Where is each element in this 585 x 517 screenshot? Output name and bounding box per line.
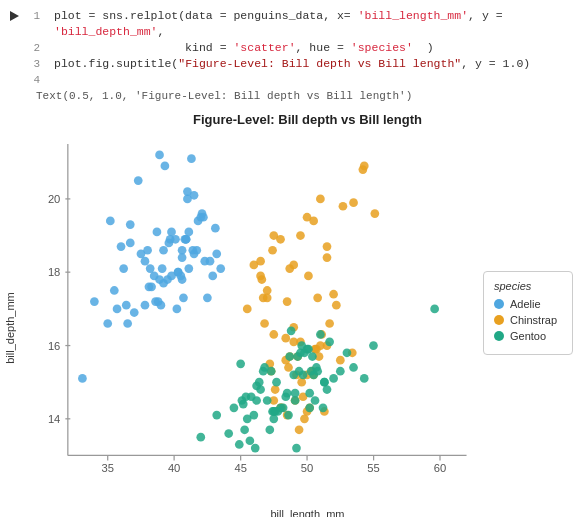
svg-point-43 [153, 228, 162, 237]
svg-point-189 [284, 411, 293, 420]
svg-point-207 [311, 396, 320, 405]
svg-point-86 [167, 228, 176, 237]
svg-point-218 [349, 363, 358, 372]
svg-point-178 [263, 396, 272, 405]
svg-point-60 [179, 293, 188, 302]
svg-point-166 [240, 425, 249, 434]
svg-point-37 [143, 246, 152, 255]
svg-point-226 [305, 389, 314, 398]
svg-point-87 [174, 268, 183, 277]
svg-point-49 [161, 162, 170, 171]
svg-point-32 [130, 308, 139, 317]
svg-point-151 [283, 297, 292, 306]
svg-point-22 [78, 374, 87, 383]
svg-point-139 [323, 242, 332, 251]
legend-item-gentoo: Gentoo [494, 330, 562, 342]
svg-point-146 [256, 257, 265, 266]
svg-point-221 [430, 305, 439, 314]
svg-point-80 [212, 249, 221, 258]
gentoo-legend-label: Gentoo [510, 330, 546, 342]
svg-point-59 [178, 275, 187, 284]
svg-point-35 [141, 257, 150, 266]
code-line-1: 1 plot = sns.relplot(data = penguins_dat… [0, 8, 585, 40]
legend-title: species [494, 280, 562, 292]
svg-point-163 [236, 360, 245, 369]
svg-text:50: 50 [301, 462, 313, 474]
svg-point-133 [336, 356, 345, 365]
svg-point-40 [147, 283, 156, 292]
svg-point-92 [257, 275, 266, 284]
svg-point-85 [159, 246, 168, 255]
svg-text:18: 18 [48, 266, 60, 278]
svg-point-157 [323, 253, 332, 262]
line-num-1: 1 [24, 8, 40, 24]
svg-point-45 [155, 151, 164, 160]
svg-point-205 [308, 352, 317, 361]
play-button[interactable] [8, 10, 20, 22]
svg-point-227 [320, 378, 329, 387]
svg-point-82 [122, 301, 131, 310]
adelie-legend-dot [494, 299, 504, 309]
svg-point-31 [126, 220, 135, 229]
chart-wrapper: bill_depth_mm 14 16 [0, 129, 585, 508]
svg-point-94 [260, 319, 269, 328]
svg-point-143 [370, 209, 379, 218]
chart-svg-container: 14 16 18 20 35 [18, 129, 479, 508]
svg-point-209 [313, 367, 322, 376]
line-controls-4: 4 [8, 72, 48, 88]
svg-point-24 [103, 319, 112, 328]
svg-point-144 [243, 305, 252, 314]
code-seg: , hue = [296, 41, 351, 54]
svg-point-153 [296, 231, 305, 240]
svg-point-219 [360, 374, 369, 383]
svg-point-184 [272, 378, 281, 387]
svg-point-215 [329, 374, 338, 383]
svg-point-64 [184, 264, 193, 273]
svg-point-46 [157, 301, 166, 310]
svg-point-28 [117, 242, 126, 251]
svg-point-76 [203, 293, 212, 302]
svg-point-23 [90, 297, 99, 306]
svg-point-54 [171, 235, 180, 244]
svg-point-89 [182, 235, 191, 244]
code-seg: , y = 1.0) [461, 57, 530, 70]
y-axis-label: bill_depth_mm [4, 129, 16, 508]
svg-point-179 [265, 425, 274, 434]
svg-point-47 [158, 264, 167, 273]
svg-point-39 [146, 264, 155, 273]
svg-point-29 [119, 264, 128, 273]
svg-point-84 [155, 275, 164, 284]
svg-point-199 [299, 370, 308, 379]
svg-text:40: 40 [168, 462, 180, 474]
line-num-3: 3 [24, 56, 40, 72]
svg-point-142 [360, 162, 369, 171]
svg-point-203 [305, 403, 314, 412]
svg-point-114 [297, 378, 306, 387]
spacer [8, 74, 20, 86]
code-text-1: plot = sns.relplot(data = penguins_data,… [54, 8, 577, 40]
svg-point-190 [285, 352, 294, 361]
svg-point-70 [192, 246, 201, 255]
svg-point-162 [235, 440, 244, 449]
svg-point-188 [283, 389, 292, 398]
svg-point-83 [126, 239, 135, 248]
svg-point-147 [263, 286, 272, 295]
legend-item-adelie: Adelie [494, 298, 562, 310]
code-line-2: 2 kind = 'scatter', hue = 'species' ) [0, 40, 585, 56]
svg-point-224 [276, 403, 285, 412]
svg-point-138 [304, 272, 313, 281]
svg-point-130 [325, 319, 334, 328]
svg-point-25 [106, 217, 115, 226]
svg-point-131 [329, 290, 338, 299]
svg-point-172 [251, 444, 260, 453]
svg-point-191 [287, 326, 296, 335]
svg-text:35: 35 [101, 462, 113, 474]
legend-box: species Adelie Chinstrap Gentoo [483, 271, 573, 355]
svg-point-158 [196, 433, 205, 442]
svg-text:14: 14 [48, 413, 60, 425]
spacer [8, 58, 20, 70]
svg-point-155 [309, 217, 318, 226]
svg-point-55 [172, 305, 181, 314]
code-seg: plot.fig.suptitle( [54, 57, 178, 70]
svg-point-106 [284, 363, 293, 372]
